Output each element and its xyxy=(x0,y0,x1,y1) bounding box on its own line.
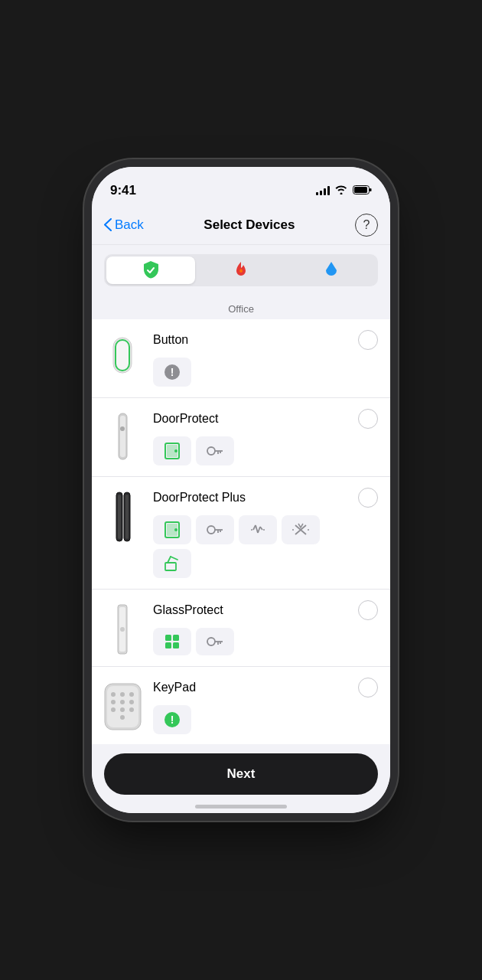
device-list: Office Button ! xyxy=(92,296,390,760)
device-name: DoorProtect xyxy=(153,412,218,426)
tag-door xyxy=(153,436,191,466)
wifi-icon xyxy=(334,185,348,197)
status-icons xyxy=(316,185,372,197)
svg-point-9 xyxy=(120,426,125,431)
tab-selector xyxy=(104,254,378,286)
tag-grid xyxy=(153,628,191,655)
svg-point-23 xyxy=(174,528,177,531)
tag-vibration xyxy=(239,515,277,544)
device-tags: ! xyxy=(153,705,378,734)
svg-rect-1 xyxy=(354,187,367,193)
tag-key xyxy=(196,436,234,466)
svg-point-13 xyxy=(207,447,215,455)
svg-rect-43 xyxy=(173,635,179,641)
svg-rect-45 xyxy=(173,642,179,648)
device-icon-button xyxy=(92,330,153,379)
device-info-doorprotect: DoorProtect xyxy=(153,409,378,466)
back-button[interactable]: Back xyxy=(104,217,144,233)
tab-flood[interactable] xyxy=(287,256,376,284)
select-radio-keypad[interactable] xyxy=(358,678,378,697)
device-info-doorprotect-plus: DoorProtect Plus xyxy=(153,488,378,578)
svg-rect-2 xyxy=(370,188,372,191)
svg-point-52 xyxy=(111,692,116,697)
device-info-glassprotect: GlassProtect xyxy=(153,600,378,655)
list-item: KeyPad ! xyxy=(92,667,390,746)
device-icon-keypad xyxy=(92,678,153,733)
svg-point-61 xyxy=(120,715,125,720)
device-name: Button xyxy=(153,333,188,347)
svg-line-37 xyxy=(168,557,171,563)
svg-line-29 xyxy=(256,525,258,533)
svg-rect-8 xyxy=(120,416,125,457)
status-bar: 9:41 xyxy=(92,167,390,205)
tag-warning-green: ! xyxy=(153,705,191,734)
device-tags: ! xyxy=(153,358,378,387)
device-icon-glassprotect xyxy=(92,600,153,655)
svg-text:!: ! xyxy=(171,714,174,726)
svg-rect-36 xyxy=(165,563,176,570)
device-icon-doorprotect xyxy=(92,409,153,462)
help-button[interactable]: ? xyxy=(355,214,378,237)
device-tags xyxy=(153,628,378,655)
tag-key xyxy=(196,628,234,655)
device-tags-2 xyxy=(153,549,378,578)
device-info-button: Button ! xyxy=(153,330,378,387)
svg-point-60 xyxy=(129,707,134,712)
battery-icon xyxy=(353,185,372,197)
tab-fire[interactable] xyxy=(197,256,285,284)
device-tags xyxy=(153,436,378,466)
svg-rect-18 xyxy=(118,495,121,539)
list-item: DoorProtect Plus xyxy=(92,477,390,590)
home-indicator xyxy=(195,805,287,808)
svg-point-54 xyxy=(129,692,134,697)
svg-point-56 xyxy=(120,700,125,704)
select-radio-button[interactable] xyxy=(358,330,378,350)
svg-point-46 xyxy=(207,638,215,645)
device-name: KeyPad xyxy=(153,681,196,694)
select-radio-doorprotect-plus[interactable] xyxy=(358,488,378,508)
tag-tilt xyxy=(153,549,191,578)
device-name: DoorProtect Plus xyxy=(153,491,246,505)
device-info-keypad: KeyPad ! xyxy=(153,678,378,734)
bottom-bar: Next xyxy=(92,744,390,813)
svg-text:!: ! xyxy=(171,366,174,378)
nav-bar: Back Select Devices ? xyxy=(92,205,390,245)
tag-warning: ! xyxy=(153,358,191,387)
select-radio-doorprotect[interactable] xyxy=(358,409,378,429)
list-item: GlassProtect xyxy=(92,590,390,667)
svg-rect-20 xyxy=(125,495,129,539)
svg-rect-42 xyxy=(165,635,171,641)
section-label: Office xyxy=(92,296,390,319)
svg-point-59 xyxy=(120,707,125,712)
svg-point-58 xyxy=(111,707,116,712)
list-item: Button ! xyxy=(92,319,390,398)
svg-point-12 xyxy=(174,449,177,452)
tag-shock xyxy=(282,515,320,544)
svg-point-55 xyxy=(111,700,116,704)
select-radio-glassprotect[interactable] xyxy=(358,600,378,620)
device-icon-doorprotect-plus xyxy=(92,488,153,543)
svg-point-24 xyxy=(207,526,215,534)
signal-icon xyxy=(316,186,330,195)
svg-line-31 xyxy=(260,527,262,530)
list-item: DoorProtect xyxy=(92,398,390,477)
tag-door xyxy=(153,515,191,544)
svg-rect-44 xyxy=(165,642,171,648)
status-time: 9:41 xyxy=(110,183,136,198)
svg-rect-4 xyxy=(116,340,129,371)
device-name: GlassProtect xyxy=(153,603,223,617)
svg-point-53 xyxy=(120,692,125,697)
svg-point-41 xyxy=(120,627,125,632)
page-title: Select Devices xyxy=(204,217,295,233)
device-tags xyxy=(153,515,378,544)
svg-point-57 xyxy=(129,700,134,704)
tag-key xyxy=(196,515,234,544)
svg-line-38 xyxy=(171,557,177,560)
next-button[interactable]: Next xyxy=(104,753,378,795)
tab-security[interactable] xyxy=(106,256,195,284)
svg-line-30 xyxy=(258,527,260,533)
